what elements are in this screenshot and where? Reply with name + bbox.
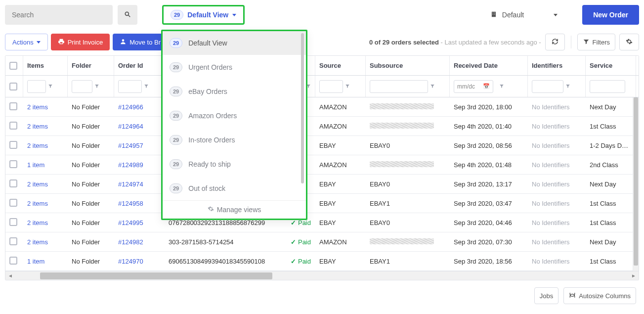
funnel-icon[interactable]: [345, 84, 350, 90]
view-picker[interactable]: 29 Default View: [162, 5, 245, 25]
print-invoice-button[interactable]: Print Invoice: [51, 34, 110, 50]
view-option[interactable]: 29Ready to ship: [163, 152, 306, 176]
items-link[interactable]: 2 items: [27, 142, 48, 149]
row-checkbox[interactable]: [9, 257, 17, 265]
search-button[interactable]: [118, 5, 137, 25]
cell-date: Sep 4th 2020, 01:40: [450, 123, 528, 130]
view-option[interactable]: 29Amazon Orders: [163, 103, 306, 128]
order-id-link[interactable]: #124982: [118, 238, 143, 246]
location-select[interactable]: Default: [490, 11, 558, 19]
col-items[interactable]: Items: [23, 56, 68, 75]
row-checkbox[interactable]: [9, 141, 17, 149]
scroll-right-icon[interactable]: ►: [629, 271, 639, 280]
items-link[interactable]: 2 items: [27, 219, 48, 226]
order-id-link[interactable]: #124995: [118, 219, 143, 226]
funnel-icon[interactable]: [94, 84, 99, 90]
view-option-label: Ready to ship: [188, 160, 231, 168]
order-id-link[interactable]: #124957: [118, 142, 143, 149]
table-row[interactable]: 2 itemsNo Folder#124982303-2871583-57142…: [5, 232, 639, 252]
filter-source[interactable]: [319, 80, 343, 93]
scroll-left-icon[interactable]: ◄: [5, 271, 15, 280]
table-row[interactable]: 2 itemsNo Folder#124957EBAYEBAY0Sep 3rd …: [5, 136, 639, 155]
funnel-icon[interactable]: [48, 84, 53, 90]
table-row[interactable]: 2 itemsNo Folder#124958EBAYEBAY1Sep 3rd …: [5, 194, 639, 213]
row-checkbox[interactable]: [9, 179, 17, 187]
table-row[interactable]: 2 itemsNo Folder#12499507672800329231318…: [5, 213, 639, 232]
order-id-link[interactable]: #124964: [118, 123, 143, 130]
items-link[interactable]: 2 items: [27, 103, 48, 111]
row-checkbox[interactable]: [9, 122, 17, 130]
row-checkbox[interactable]: [9, 218, 17, 226]
col-subsource[interactable]: Subsource: [366, 56, 450, 75]
filter-items[interactable]: [27, 80, 46, 93]
jobs-button[interactable]: Jobs: [534, 287, 558, 304]
items-link[interactable]: 2 items: [27, 123, 48, 130]
order-id-link[interactable]: #124970: [118, 258, 143, 265]
refresh-button[interactable]: [545, 34, 565, 50]
table-row[interactable]: 1 itemNo Folder#124970690651308499394018…: [5, 252, 639, 271]
view-dropdown: 29Default View29Urgent Orders29eBay Orde…: [161, 30, 307, 220]
order-id-link[interactable]: #124958: [118, 200, 143, 207]
row-checkbox[interactable]: [9, 199, 17, 207]
select-all-checkbox[interactable]: [9, 62, 17, 70]
new-order-button[interactable]: New Order: [582, 5, 639, 25]
actions-button[interactable]: Actions: [5, 34, 48, 50]
move-to-label: Move to Br: [129, 39, 161, 46]
filter-check[interactable]: [9, 83, 17, 90]
items-link[interactable]: 1 item: [27, 161, 44, 169]
funnel-icon[interactable]: [430, 84, 435, 90]
view-option[interactable]: 29eBay Orders: [163, 79, 306, 103]
calendar-icon[interactable]: 📅: [483, 83, 490, 90]
view-option[interactable]: 29Out of stock: [163, 176, 306, 200]
table-row[interactable]: 2 itemsNo Folder#124974EBAYEBAY0Sep 3rd …: [5, 175, 639, 194]
items-link[interactable]: 2 items: [27, 238, 48, 246]
filter-subsource[interactable]: [370, 80, 428, 93]
col-orderid[interactable]: Order Id: [114, 56, 165, 75]
order-id-link[interactable]: #124966: [118, 103, 143, 111]
autosize-columns-button[interactable]: Autosize Columns: [563, 287, 636, 304]
view-option-label: In-store Orders: [188, 136, 235, 144]
filter-folder[interactable]: [72, 80, 92, 93]
dropdown-scrollbar[interactable]: [301, 33, 304, 183]
settings-button[interactable]: [619, 34, 639, 50]
cell-folder: No Folder: [68, 180, 114, 188]
cell-items: 1 item: [23, 258, 68, 265]
view-option[interactable]: 29Urgent Orders: [163, 55, 306, 79]
filter-identifiers[interactable]: [532, 80, 563, 93]
table-row[interactable]: 2 itemsNo Folder#124966AMAZONSep 3rd 202…: [5, 97, 639, 117]
order-id-link[interactable]: #124974: [118, 180, 143, 188]
funnel-icon[interactable]: [144, 84, 149, 90]
funnel-icon[interactable]: [499, 84, 504, 90]
search-input[interactable]: [5, 5, 113, 25]
order-id-link[interactable]: #124989: [118, 161, 143, 169]
col-identifiers[interactable]: Identifiers: [528, 56, 586, 75]
view-option[interactable]: 29In-store Orders: [163, 128, 306, 152]
items-link[interactable]: 1 item: [27, 258, 44, 265]
manage-views-button[interactable]: Manage views: [163, 200, 306, 219]
items-link[interactable]: 2 items: [27, 200, 48, 207]
svg-line-1: [129, 15, 130, 17]
horizontal-scrollbar[interactable]: ◄ ►: [5, 271, 639, 280]
row-checkbox[interactable]: [9, 102, 17, 110]
cell-orderid: #124970: [114, 258, 165, 265]
vertical-scrollbar[interactable]: [633, 97, 639, 271]
table-row[interactable]: 1 itemNo Folder#124989AMAZONSep 4th 2020…: [5, 155, 639, 175]
cell-service: 1-2 Days Dome: [586, 142, 636, 149]
table-row[interactable]: 2 itemsNo Folder#124964AMAZONSep 4th 202…: [5, 117, 639, 136]
scrollbar-thumb[interactable]: [40, 272, 272, 279]
col-received[interactable]: Received Date: [450, 56, 528, 75]
filter-service[interactable]: [590, 80, 625, 93]
move-to-button[interactable]: Move to Br: [113, 34, 168, 50]
filter-orderid[interactable]: [118, 80, 142, 93]
last-updated: - Last updated a few seconds ago -: [439, 39, 541, 46]
view-option[interactable]: 29Default View: [163, 31, 306, 55]
items-link[interactable]: 2 items: [27, 180, 48, 188]
col-source[interactable]: Source: [315, 56, 366, 75]
funnel-icon[interactable]: [565, 84, 570, 90]
filters-button[interactable]: Filters: [577, 34, 615, 50]
col-service[interactable]: Service: [586, 56, 636, 75]
row-checkbox[interactable]: [9, 237, 17, 245]
col-folder[interactable]: Folder: [68, 56, 114, 75]
row-checkbox[interactable]: [9, 160, 17, 168]
autosize-icon: [569, 292, 576, 300]
